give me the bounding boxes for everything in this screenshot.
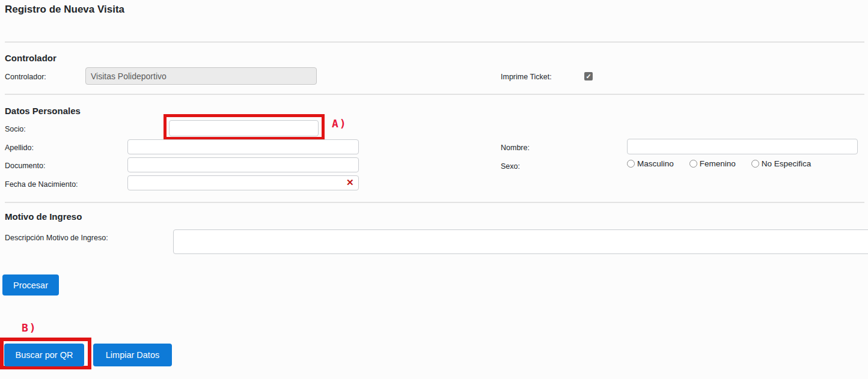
imprime-ticket-label: Imprime Ticket: [501, 73, 552, 81]
radio-label: Masculino [637, 159, 674, 168]
apellido-input[interactable] [127, 139, 359, 154]
radio-femenino[interactable]: Femenino [689, 159, 736, 168]
clear-icon[interactable]: ✕ [346, 177, 354, 188]
imprime-ticket-checkbox[interactable]: ✓ [584, 72, 593, 80]
documento-label: Documento: [5, 162, 45, 170]
separator [5, 41, 864, 43]
limpiar-datos-button[interactable]: Limpiar Datos [93, 344, 172, 366]
controlador-label: Controlador: [5, 73, 46, 81]
separator [5, 94, 864, 95]
sexo-label: Sexo: [501, 162, 520, 171]
descripcion-motivo-label: Descripción Motivo de Ingreso: [5, 234, 108, 242]
annotation-b-label: B) [22, 321, 37, 334]
nombre-input[interactable] [627, 139, 858, 154]
radio-icon [689, 160, 697, 168]
controlador-input [85, 67, 317, 85]
menu-icon[interactable] [300, 124, 313, 133]
fecha-nacimiento-label: Fecha de Nacimiento: [5, 180, 78, 189]
fecha-nacimiento-input[interactable] [127, 175, 359, 190]
socio-input[interactable] [169, 120, 319, 136]
separator [5, 202, 864, 203]
radio-label: No Especifica [762, 159, 811, 168]
procesar-button[interactable]: Procesar [2, 274, 59, 296]
radio-no-especifica[interactable]: No Especifica [751, 159, 811, 168]
descripcion-motivo-input[interactable] [173, 229, 868, 254]
documento-input[interactable] [127, 157, 359, 172]
controlador-section-heading: Controlador [5, 53, 57, 63]
radio-icon [627, 160, 635, 168]
socio-label: Socio: [5, 125, 26, 133]
nombre-label: Nombre: [501, 144, 530, 152]
sexo-radio-group: Masculino Femenino No Especifica [627, 159, 811, 168]
page-title: Registro de Nueva Visita [5, 4, 124, 16]
motivo-ingreso-section-heading: Motivo de Ingreso [5, 211, 82, 222]
radio-masculino[interactable]: Masculino [627, 159, 674, 168]
buscar-por-qr-button[interactable]: Buscar por QR [4, 344, 84, 366]
radio-label: Femenino [700, 159, 736, 168]
radio-icon [751, 160, 759, 168]
datos-personales-section-heading: Datos Personales [5, 106, 81, 116]
apellido-label: Apellido: [5, 144, 34, 152]
annotation-a-label: A) [332, 117, 347, 130]
